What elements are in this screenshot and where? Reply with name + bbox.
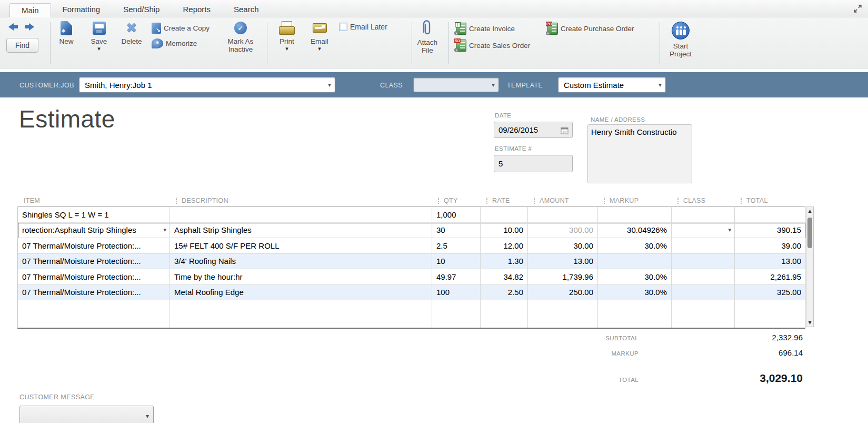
cell-class[interactable]: ▾ bbox=[672, 223, 735, 239]
cell-qty[interactable]: 30 bbox=[432, 223, 481, 239]
cell-amount[interactable]: 1,739.96 bbox=[528, 269, 598, 285]
cell-qty[interactable]: 2.5 bbox=[432, 238, 481, 254]
name-address-field[interactable]: Henry Smith Constructio bbox=[587, 124, 692, 183]
cell-rate[interactable]: 34.82 bbox=[481, 269, 528, 285]
scroll-down-arrow[interactable]: ▼ bbox=[806, 319, 813, 327]
cell-class[interactable] bbox=[672, 238, 735, 254]
delete-button[interactable]: ✖ Delete bbox=[117, 20, 146, 45]
print-button[interactable]: Print ▾ bbox=[273, 20, 301, 51]
calendar-icon[interactable] bbox=[561, 126, 568, 136]
tab-formatting[interactable]: Formatting bbox=[51, 3, 112, 17]
cell-total[interactable]: 390.15 bbox=[735, 223, 806, 239]
estimate-number-field[interactable]: 5 bbox=[494, 155, 573, 172]
cell-item[interactable]: 07 Thermal/Moisture Protection:... bbox=[18, 238, 170, 254]
cell-amount[interactable]: 30.00 bbox=[528, 238, 598, 254]
cell-item[interactable]: 07 Thermal/Moisture Protection:... bbox=[18, 269, 170, 285]
cell-rate[interactable]: 12.00 bbox=[481, 238, 528, 254]
cell-amount[interactable]: 250.00 bbox=[528, 285, 598, 301]
cell-markup[interactable]: 30.0% bbox=[598, 285, 672, 301]
find-button[interactable]: Find bbox=[6, 38, 38, 53]
cell-description[interactable]: Asphalt Strip Shingles bbox=[170, 223, 432, 239]
cell-amount[interactable] bbox=[528, 207, 598, 223]
chevron-down-icon[interactable]: ▾ bbox=[328, 81, 331, 88]
cell-markup[interactable] bbox=[598, 254, 672, 270]
cell-rate[interactable]: 10.00 bbox=[481, 223, 528, 239]
attach-file-button[interactable]: Attach File bbox=[413, 19, 442, 54]
back-arrow-icon[interactable] bbox=[8, 23, 19, 31]
email-later-control[interactable]: Email Later bbox=[339, 23, 387, 31]
forward-arrow-icon[interactable] bbox=[23, 23, 34, 31]
cell-total[interactable] bbox=[735, 207, 806, 223]
cell-description[interactable]: Metal Roofing Edge bbox=[170, 285, 432, 301]
cell-class[interactable] bbox=[672, 300, 735, 328]
cell-qty[interactable]: 100 bbox=[432, 285, 481, 301]
table-row[interactable]: 07 Thermal/Moisture Protection:... Time … bbox=[18, 269, 805, 285]
cell-total[interactable]: 325.00 bbox=[735, 285, 806, 301]
chevron-down-icon[interactable]: ▾ bbox=[659, 81, 662, 88]
cell-qty[interactable]: 10 bbox=[432, 254, 481, 270]
class-dropdown-arrow[interactable]: ▾ bbox=[728, 227, 731, 233]
create-sales-order-button[interactable]: SO Create Sales Order bbox=[456, 40, 530, 52]
cell-item[interactable]: 07 Thermal/Moisture Protection:... bbox=[18, 285, 170, 301]
tab-search[interactable]: Search bbox=[222, 3, 271, 17]
cell-description[interactable]: 15# FELT 400 S/F PER ROLL bbox=[170, 238, 432, 254]
table-row-empty[interactable] bbox=[18, 300, 805, 328]
cell-item[interactable]: Shingles SQ L = 1 W = 1 bbox=[18, 207, 170, 223]
create-invoice-button[interactable]: Create Invoice bbox=[456, 23, 515, 35]
cell-markup[interactable] bbox=[598, 300, 672, 328]
start-project-button[interactable]: Start Project bbox=[664, 21, 697, 58]
cell-markup[interactable]: 30.0% bbox=[598, 269, 672, 285]
cell-rate[interactable]: 2.50 bbox=[481, 285, 528, 301]
template-combo[interactable]: Custom Estimate ▾ bbox=[558, 77, 666, 93]
chevron-down-icon[interactable]: ▾ bbox=[492, 81, 495, 88]
print-dropdown-caret[interactable]: ▾ bbox=[285, 47, 288, 51]
class-combo[interactable]: ▾ bbox=[413, 77, 499, 92]
create-a-copy-button[interactable]: ↘ Create a Copy bbox=[152, 23, 209, 34]
cell-rate[interactable] bbox=[481, 207, 528, 223]
email-later-checkbox[interactable] bbox=[339, 23, 347, 31]
cell-item[interactable]: 07 Thermal/Moisture Protection:... bbox=[18, 254, 170, 270]
cell-amount[interactable]: 13.00 bbox=[528, 254, 598, 270]
cell-description[interactable]: Time by the hour:hr bbox=[170, 269, 432, 285]
table-scrollbar[interactable]: ▲ ▼ bbox=[806, 206, 814, 327]
table-row[interactable]: 07 Thermal/Moisture Protection:... Metal… bbox=[18, 285, 805, 301]
cell-description[interactable]: 3/4' Roofing Nails bbox=[170, 254, 432, 270]
table-row-selected[interactable]: rotection:Asphault Strip Shingles ▾ Asph… bbox=[18, 223, 805, 239]
customer-job-combo[interactable]: Smith, Henry:Job 1 ▾ bbox=[79, 77, 335, 93]
cell-class[interactable] bbox=[672, 269, 735, 285]
new-button[interactable]: * New bbox=[53, 20, 80, 45]
create-purchase-order-button[interactable]: PO Create Purchase Order bbox=[547, 23, 634, 35]
cell-description[interactable] bbox=[170, 300, 432, 328]
cell-class[interactable] bbox=[672, 254, 735, 270]
cell-rate[interactable]: 1.30 bbox=[481, 254, 528, 270]
email-dropdown-caret[interactable]: ▾ bbox=[318, 47, 321, 51]
table-row[interactable]: 07 Thermal/Moisture Protection:... 15# F… bbox=[18, 238, 805, 254]
cell-qty[interactable] bbox=[432, 300, 481, 328]
cell-total[interactable]: 2,261.95 bbox=[735, 269, 806, 285]
memorize-button[interactable]: * Memorize bbox=[152, 38, 197, 48]
expand-icon[interactable] bbox=[853, 4, 863, 14]
cell-item[interactable]: rotection:Asphault Strip Shingles ▾ bbox=[18, 223, 170, 239]
date-field[interactable]: 09/26/2015 bbox=[494, 122, 573, 138]
cell-amount[interactable]: 300.00 bbox=[528, 223, 598, 239]
table-row[interactable]: 07 Thermal/Moisture Protection:... 3/4' … bbox=[18, 254, 805, 270]
cell-class[interactable] bbox=[672, 207, 735, 223]
cell-amount[interactable] bbox=[528, 300, 598, 328]
item-dropdown-arrow[interactable]: ▾ bbox=[163, 227, 166, 233]
cell-total[interactable]: 13.00 bbox=[735, 254, 806, 270]
save-button[interactable]: Save ▾ bbox=[84, 20, 114, 51]
customer-message-combo[interactable]: ▾ bbox=[19, 406, 154, 423]
cell-description[interactable] bbox=[170, 207, 432, 223]
tab-reports[interactable]: Reports bbox=[171, 3, 222, 17]
scrollbar-thumb[interactable] bbox=[807, 218, 812, 248]
cell-markup[interactable] bbox=[598, 207, 672, 223]
save-dropdown-caret[interactable]: ▾ bbox=[97, 47, 101, 51]
cell-total[interactable]: 39.00 bbox=[735, 238, 806, 254]
cell-markup[interactable]: 30.04926% bbox=[598, 223, 672, 239]
cell-item[interactable] bbox=[18, 300, 170, 328]
tab-send-ship[interactable]: Send/Ship bbox=[112, 3, 171, 17]
chevron-down-icon[interactable]: ▾ bbox=[146, 412, 149, 420]
cell-class[interactable] bbox=[672, 285, 735, 301]
scroll-up-arrow[interactable]: ▲ bbox=[806, 207, 813, 215]
email-button[interactable]: Email ▾ bbox=[305, 20, 334, 51]
